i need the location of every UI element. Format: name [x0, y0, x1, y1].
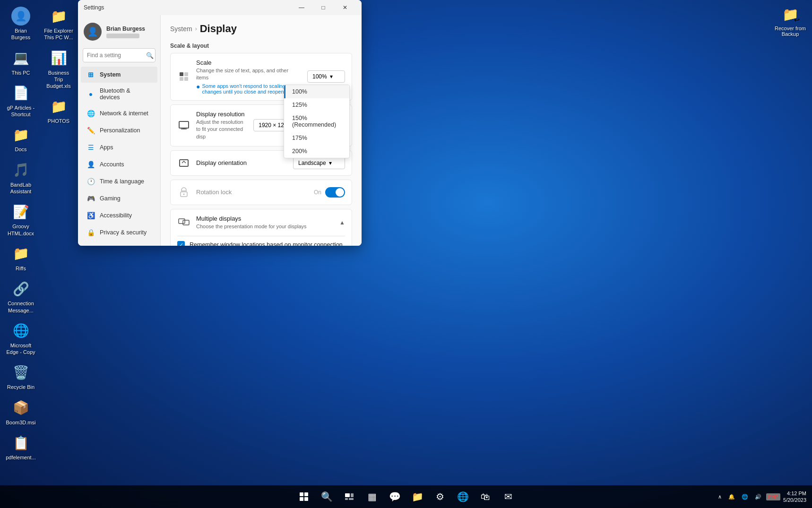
svg-rect-13 [304, 492, 308, 496]
scale-selected-value: 100% [312, 73, 327, 80]
svg-rect-12 [300, 492, 303, 496]
scale-row: Scale Change the size of text, apps, and… [171, 53, 352, 100]
taskbar-center: 🔍 ▦ 💬 📁 ⚙ 🌐 🛍 ✉ [294, 486, 518, 507]
search-button[interactable]: 🔍 [146, 52, 154, 59]
user-profile[interactable]: 👤 Brian Burgess [78, 19, 160, 46]
business-trip-label: Business Trip Budget.xls [43, 69, 74, 90]
scale-option-150[interactable]: 150% (Recommended) [284, 112, 349, 131]
accounts-icon: 👤 [86, 160, 95, 169]
multiple-displays-option-1[interactable]: ✓ Remember window locations based on mon… [171, 236, 352, 246]
sidebar-item-system[interactable]: ⊞ System [81, 67, 157, 83]
docs-icon: 📁 [11, 125, 30, 144]
scale-option-125[interactable]: 125% [284, 98, 349, 112]
section-title-scale-layout: Scale & layout [170, 43, 352, 49]
desktop-icon-recover-backup[interactable]: 📁 ↩ Recover from Backup [773, 5, 807, 37]
desktop-icon-riffs[interactable]: 📁 Riffs [4, 242, 38, 274]
taskbar-store-button[interactable]: 🛍 [475, 486, 496, 507]
docs-label: Docs [15, 146, 26, 153]
svg-rect-4 [179, 121, 189, 128]
sidebar-item-network-label: Network & internet [100, 110, 148, 117]
this-pc-label: This PC [11, 69, 30, 76]
sidebar-item-accessibility[interactable]: ♿ Accessibility [81, 207, 157, 224]
desktop-icon-file-explorer[interactable]: 📁 File Explorer This PC W... [42, 5, 76, 43]
taskbar-clock[interactable]: 4:12 PM 5/20/2023 [783, 490, 806, 504]
taskbar-search-button[interactable]: 🔍 [316, 486, 337, 507]
sidebar-item-time[interactable]: 🕐 Time & language [81, 173, 157, 189]
business-trip-icon: 📊 [49, 49, 68, 68]
resolution-icon [177, 119, 190, 132]
sidebar-item-personalization-label: Personalization [100, 127, 140, 134]
scale-icon [177, 70, 190, 83]
scale-option-100[interactable]: 100% [284, 85, 349, 98]
sidebar-item-apps[interactable]: ☰ Apps [81, 139, 157, 155]
taskbar-settings-button[interactable]: ⚙ [430, 486, 450, 507]
scale-option-200[interactable]: 200% [284, 145, 349, 158]
personalization-icon: ✏️ [86, 126, 95, 135]
sidebar-item-personalization[interactable]: ✏️ Personalization [81, 122, 157, 138]
taskbar-network-icon[interactable]: 🌐 [740, 493, 750, 501]
search-input[interactable] [83, 48, 155, 62]
minimize-button[interactable]: — [291, 0, 312, 15]
taskbar-start-button[interactable] [294, 486, 314, 507]
desktop-icon-docs[interactable]: 📁 Docs [4, 123, 38, 155]
rotation-lock-control: On [314, 187, 345, 198]
taskbar-notification-icon[interactable]: 🔔 [726, 493, 737, 501]
taskbar-task-view-button[interactable] [339, 486, 360, 507]
sidebar-item-windows-update[interactable]: ⟳ Windows Update [81, 241, 157, 246]
desktop-icon-groovy-html[interactable]: 📝 Groovy HTML.docx [4, 200, 38, 239]
desktop-icon-pdfelement[interactable]: 📋 pdfelement... [4, 431, 38, 463]
photos-label: PHOTOS [48, 118, 69, 124]
taskbar-edge-button[interactable]: 🌐 [452, 486, 473, 507]
taskbar-system-tray-arrow[interactable]: ∧ [716, 493, 724, 501]
desktop-icon-recycle-bin[interactable]: 🗑️ Recycle Bin [4, 361, 38, 392]
desktop-icon-gp-articles[interactable]: 📄 gP Articles - Shortcut [4, 82, 38, 120]
privacy-icon: 🔒 [86, 228, 95, 237]
taskbar: 🔍 ▦ 💬 📁 ⚙ 🌐 🛍 ✉ ∧ 🔔 🌐 🔊 PHP [0, 485, 812, 508]
desktop-icon-boom3d[interactable]: 📦 Boom3D.msi [4, 396, 38, 428]
pdfelement-icon: 📋 [11, 433, 30, 452]
scale-option-175[interactable]: 175% [284, 131, 349, 145]
sidebar-item-time-label: Time & language [100, 178, 144, 185]
scale-dropdown-button[interactable]: 100% ▾ [307, 70, 345, 83]
desktop-icon-connection-msg[interactable]: 🔗 Connection Message... [4, 277, 38, 316]
sidebar-item-privacy[interactable]: 🔒 Privacy & security [81, 224, 157, 241]
taskbar-volume-icon[interactable]: 🔊 [753, 493, 763, 501]
breadcrumb[interactable]: System [170, 25, 192, 33]
time-icon: 🕐 [86, 177, 95, 186]
desktop-icon-business-trip[interactable]: 📊 Business Trip Budget.xls [42, 47, 76, 92]
desktop-icon-bandlab[interactable]: 🎵 BandLab Assistant [4, 159, 38, 197]
rotation-lock-value: On [314, 189, 321, 196]
taskbar-mail-button[interactable]: ✉ [498, 486, 518, 507]
maximize-button[interactable]: □ [312, 0, 334, 15]
file-explorer-label: File Explorer This PC W... [43, 27, 74, 41]
close-button[interactable]: ✕ [334, 0, 356, 15]
orientation-icon [177, 156, 190, 170]
connection-msg-label: Connection Message... [6, 300, 36, 314]
sidebar-item-bluetooth[interactable]: ● Bluetooth & devices [81, 84, 157, 104]
taskbar-widgets-button[interactable]: ▦ [362, 486, 382, 507]
orientation-text: Display orientation [196, 159, 287, 166]
desktop-icon-photos[interactable]: 📁 PHOTOS [42, 95, 76, 126]
settings-window: Settings — □ ✕ 👤 Brian Burgess [78, 0, 362, 246]
rotation-lock-toggle[interactable] [325, 187, 345, 198]
resolution-text: Display resolution Adjust the resolution… [196, 111, 248, 140]
pdfelement-label: pdfelement... [6, 454, 36, 461]
brian-burgess-label: Brian Burgess [6, 27, 36, 41]
taskbar-explorer-button[interactable]: 📁 [407, 486, 428, 507]
taskbar-chat-button[interactable]: 💬 [384, 486, 405, 507]
desktop-icon-brian-burgess[interactable]: 👤 Brian Burgess [4, 5, 38, 43]
sidebar-item-gaming[interactable]: 🎮 Gaming [81, 190, 157, 207]
sidebar-item-gaming-label: Gaming [100, 195, 121, 202]
sidebar-item-accounts[interactable]: 👤 Accounts [81, 156, 157, 172]
desktop-icon-this-pc[interactable]: 💻 This PC [4, 47, 38, 78]
desktop-icon-microsoft-edge[interactable]: 🌐 Microsoft Edge - Copy [4, 319, 38, 358]
groovy-html-icon: 📝 [11, 202, 30, 221]
svg-point-9 [183, 193, 185, 195]
rotation-lock-text: Rotation lock [196, 189, 308, 196]
multiple-displays-header[interactable]: Multiple displays Choose the presentatio… [171, 209, 352, 236]
orientation-dropdown-button[interactable]: Landscape ▾ [293, 157, 345, 169]
checkbox-remember-window[interactable]: ✓ [177, 241, 185, 246]
connection-msg-icon: 🔗 [11, 279, 30, 298]
sidebar-item-network[interactable]: 🌐 Network & internet [81, 105, 157, 121]
rotation-lock-card: Rotation lock On [170, 180, 352, 205]
